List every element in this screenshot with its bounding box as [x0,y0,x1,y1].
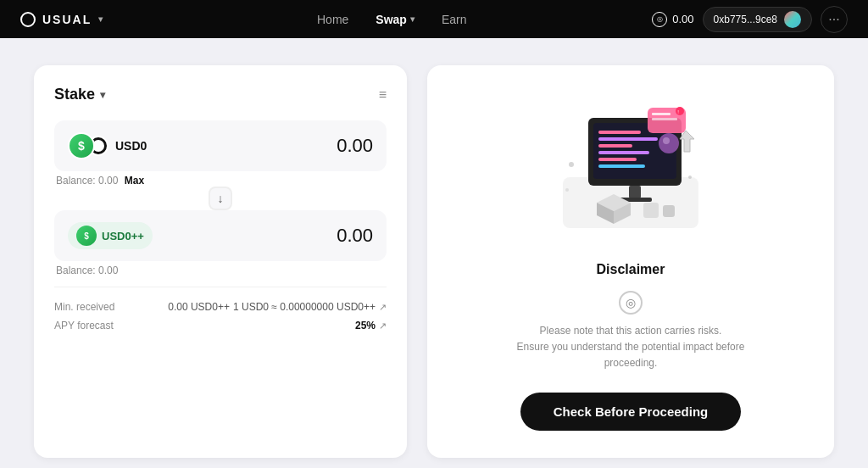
balance-value: 0.00 [672,13,693,25]
svg-rect-21 [643,203,659,218]
to-token-input: $ USD0++ 0.00 [54,210,387,261]
stake-header: Stake ▾ ≡ [54,86,387,103]
nav-home[interactable]: Home [307,9,359,30]
svg-point-25 [688,176,692,179]
cards-row: Stake ▾ ≡ $ USD0 0.00 [34,65,834,458]
min-received-amount: 0.00 USD0++ [168,301,230,313]
info-divider [54,287,387,287]
from-token-amount[interactable]: 0.00 [337,135,373,157]
nav-earn[interactable]: Earn [431,9,477,30]
apy-expand-icon[interactable]: ↗ [379,320,387,332]
wallet-address-button[interactable]: 0xb775...9ce8 [703,7,812,32]
settings-icon[interactable]: ≡ [379,87,387,103]
nav-logo: USUAL ▾ [20,12,104,27]
svg-marker-23 [680,131,694,152]
to-token-amount[interactable]: 0.00 [337,225,373,247]
nav-links: Home Swap ▾ Earn [131,9,652,30]
max-button[interactable]: Max [125,175,144,187]
apy-forecast-row: APY forecast 25% ↗ [54,316,387,335]
swap-arrow-container: ↓ [54,188,387,209]
swap-direction-button[interactable]: ↓ [209,187,232,210]
disclaimer-card: ! [427,65,834,458]
svg-rect-5 [598,144,632,148]
nav-swap[interactable]: Swap ▾ [365,9,425,30]
stake-title: Stake ▾ [54,86,105,103]
disclaimer-title: Disclaimer [597,262,665,277]
to-token-balance: Balance: 0.00 [54,265,387,276]
rate-text: 1 USD0 ≈ 0.00000000 USD0++ [233,301,376,313]
balance-icon: ◎ [652,12,667,27]
stake-title-text: Stake [54,86,95,103]
nav-balance: ◎ 0.00 [652,12,693,27]
svg-rect-22 [663,205,675,217]
stake-card: Stake ▾ ≡ $ USD0 0.00 [34,65,407,458]
svg-point-17 [663,137,670,144]
from-token-selector[interactable]: $ USD0 [68,132,147,159]
check-before-proceeding-button[interactable]: Check Before Proceeding [520,393,741,431]
eye-icon: ◎ [619,291,643,315]
svg-rect-7 [598,158,637,161]
svg-rect-12 [652,113,670,115]
disclaimer-illustration: ! [546,92,715,245]
svg-point-26 [565,188,569,192]
from-token-input: $ USD0 0.00 [54,120,387,171]
to-token-selector[interactable]: $ USD0++ [68,222,153,249]
nav-right: ◎ 0.00 0xb775...9ce8 ··· [652,6,848,33]
disclaimer-text: Please note that this action carries ris… [512,323,749,372]
from-token-balance: Balance: 0.00 Max [54,175,387,187]
address-text: 0xb775...9ce8 [714,14,777,25]
min-received-value: 0.00 USD0++ 1 USD0 ≈ 0.00000000 USD0++ ↗ [168,301,387,313]
navbar: USUAL ▾ Home Swap ▾ Earn ◎ 0.00 0xb775..… [0,0,868,38]
to-token-name: USD0++ [102,230,144,242]
main-content: Stake ▾ ≡ $ USD0 0.00 [0,38,868,468]
stake-dropdown-icon[interactable]: ▾ [100,89,105,101]
min-received-expand-icon[interactable]: ↗ [379,302,387,313]
logo-circle-icon [20,12,36,27]
from-token-name: USD0 [115,139,147,153]
apy-label: APY forecast [54,320,114,332]
svg-point-24 [569,162,574,167]
apy-value-container: 25% ↗ [355,320,387,332]
min-received-row: Min. received 0.00 USD0++ 1 USD0 ≈ 0.000… [54,298,387,316]
svg-rect-8 [598,164,645,168]
logo-dropdown-icon[interactable]: ▾ [98,14,104,24]
apy-value: 25% [355,320,376,332]
svg-rect-4 [598,137,658,141]
usd0pp-icon: $ [76,226,97,246]
min-received-label: Min. received [54,301,114,313]
svg-rect-13 [652,118,677,120]
svg-point-16 [659,133,679,153]
logo-text: USUAL [42,13,92,26]
disclaimer-icon-row: ◎ [619,291,643,315]
token-icons: $ [68,132,108,159]
svg-rect-9 [629,186,641,198]
usd0-icon: $ [68,132,95,159]
svg-rect-3 [598,131,641,134]
more-menu-button[interactable]: ··· [821,6,848,33]
wallet-avatar [784,11,801,28]
swap-dropdown-icon: ▾ [410,14,415,24]
svg-rect-6 [598,151,649,154]
